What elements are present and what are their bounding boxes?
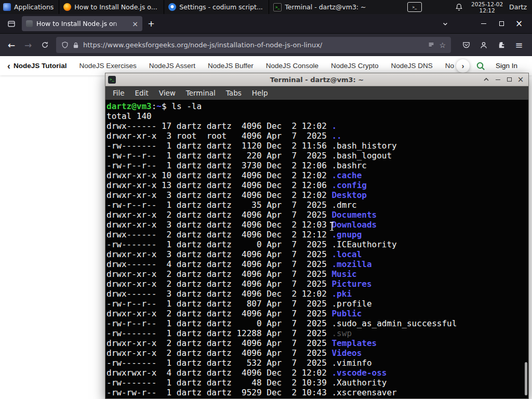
terminal-close-button[interactable]: × — [515, 74, 526, 85]
taskbar-window-title: How to Install Node.js o... — [74, 3, 157, 11]
url-text[interactable]: https://www.geeksforgeeks.org/node-js/in… — [83, 41, 423, 49]
back-button[interactable]: ← — [3, 37, 20, 53]
nav-link-1[interactable]: NodeJS Exercises — [79, 62, 137, 70]
desktop: Applications How to Install Node.js o...… — [0, 0, 532, 399]
prompt-path: ~ — [156, 101, 162, 111]
taskbar: Applications How to Install Node.js o...… — [0, 0, 532, 14]
taskbar-window-title: Settings - codium script... — [179, 3, 262, 11]
browser-tab-bar: How to Install Node.js on × + × — [0, 14, 532, 33]
terminal-rows: drwx------ 17 dartz dartz 4096 Dec 2 12:… — [107, 121, 528, 397]
reload-button[interactable] — [36, 37, 53, 53]
nav-link-2[interactable]: NodeJS Assert — [149, 62, 195, 70]
clock-date: 2025-12-02 — [471, 1, 503, 7]
nav-link-3[interactable]: NodeJS Buffer — [208, 62, 254, 70]
taskbar-window-firefox[interactable]: How to Install Node.js o... — [59, 0, 164, 14]
menu-item-file[interactable]: File — [108, 89, 130, 97]
nav-link-7[interactable]: Node — [445, 62, 454, 70]
new-tab-button[interactable]: + — [144, 17, 158, 31]
prompt-user-host: dartz@vm3 — [107, 101, 152, 111]
terminal-shade-button[interactable] — [481, 74, 492, 85]
terminal-maximize-button[interactable] — [503, 74, 515, 85]
forward-button[interactable]: → — [20, 37, 36, 53]
menu-item-tabs[interactable]: Tabs — [221, 89, 247, 97]
tab-close-icon[interactable]: × — [132, 20, 138, 28]
browser-close-button[interactable]: × — [510, 17, 528, 31]
menu-item-edit[interactable]: Edit — [130, 89, 154, 97]
sign-in-button[interactable]: Sign In — [496, 62, 517, 70]
clock[interactable]: 2025-12-02 12:12 — [471, 1, 503, 14]
terminal-minimize-button[interactable] — [492, 74, 503, 85]
firefox-icon — [63, 3, 71, 11]
menu-item-help[interactable]: Help — [247, 89, 273, 97]
nav-link-primary[interactable]: NodeJS Tutorial — [14, 62, 67, 70]
bookmark-star-icon[interactable]: ☆ — [439, 42, 446, 49]
browser-maximize-button[interactable] — [493, 17, 510, 31]
shield-icon[interactable] — [61, 41, 69, 49]
search-icon[interactable] — [476, 61, 485, 71]
tab-favicon — [26, 20, 33, 27]
terminal-window: >_ Terminal - dartz@vm3: ~ × File Edit V… — [105, 73, 529, 399]
applications-icon — [3, 3, 11, 11]
taskbar-window-terminal[interactable]: >_ Terminal - dartz@vm3: ~ — [269, 0, 374, 14]
taskbar-window-title: Terminal - dartz@vm3: ~ — [285, 3, 366, 11]
pocket-icon[interactable] — [458, 37, 474, 53]
menu-item-view[interactable]: View — [154, 89, 181, 97]
terminal-window-controls: × — [481, 74, 528, 85]
terminal-titlebar[interactable]: >_ Terminal - dartz@vm3: ~ × — [105, 73, 528, 86]
list-all-tabs-icon[interactable] — [438, 17, 452, 31]
taskbar-window-settings[interactable]: Settings - codium script... — [164, 0, 269, 14]
applications-menu[interactable]: Applications — [0, 0, 59, 14]
terminal-output: dartz@vm3:~$ ls -latotal 140drwx------ 1… — [107, 101, 528, 397]
menu-item-terminal[interactable]: Terminal — [181, 89, 221, 97]
settings-icon — [168, 3, 176, 11]
menu-icon[interactable]: ≡ — [511, 37, 527, 53]
browser-window-controls: × — [475, 17, 528, 31]
nav-link-4[interactable]: NodeJS Console — [266, 62, 318, 70]
terminal-body[interactable]: dartz@vm3:~$ ls -latotal 140drwx------ 1… — [105, 100, 528, 398]
terminal-prompt-line: dartz@vm3:~$ ls -la — [107, 101, 528, 111]
user-label: Dartz — [509, 3, 527, 11]
browser-minimize-button[interactable] — [475, 17, 493, 31]
notification-bell-icon[interactable] — [455, 3, 463, 11]
extensions-icon[interactable] — [494, 37, 509, 53]
nav-next-button[interactable]: › — [456, 59, 470, 73]
toolbar-right-icons: ≡ — [458, 37, 527, 53]
terminal-menubar: File Edit View Terminal Tabs Help — [105, 86, 528, 100]
firefox-view-button[interactable] — [4, 17, 19, 31]
terminal-total-line: total 140 — [107, 111, 528, 121]
account-icon[interactable] — [476, 37, 491, 53]
nav-link-5[interactable]: NodeJS Crypto — [331, 62, 379, 70]
terminal-scrollbar[interactable] — [525, 362, 527, 395]
tab-title: How to Install Node.js on — [36, 20, 128, 28]
terminal-window-title: Terminal - dartz@vm3: ~ — [105, 76, 528, 84]
browser-tab-active[interactable]: How to Install Node.js on × — [22, 16, 142, 31]
prompt-command: ls -la — [167, 101, 202, 111]
reader-view-icon[interactable] — [428, 42, 435, 49]
applications-label: Applications — [14, 3, 54, 11]
nav-chevron-left-icon[interactable]: ‹ — [7, 61, 10, 71]
lock-icon[interactable] — [73, 42, 79, 49]
page-subnav-links: NodeJS Exercises NodeJS Assert NodeJS Bu… — [79, 62, 454, 70]
browser-toolbar: ← → https://www.geeksforgeeks.org/node-j… — [0, 33, 532, 56]
terminal-window-icon: >_ — [108, 76, 116, 84]
clock-time: 12:12 — [471, 7, 503, 14]
url-bar[interactable]: https://www.geeksforgeeks.org/node-js/in… — [56, 37, 451, 53]
nav-link-6[interactable]: NodeJS DNS — [391, 62, 433, 70]
terminal-icon: >_ — [273, 3, 282, 11]
tray-display-icon[interactable]: >_ — [407, 2, 422, 12]
